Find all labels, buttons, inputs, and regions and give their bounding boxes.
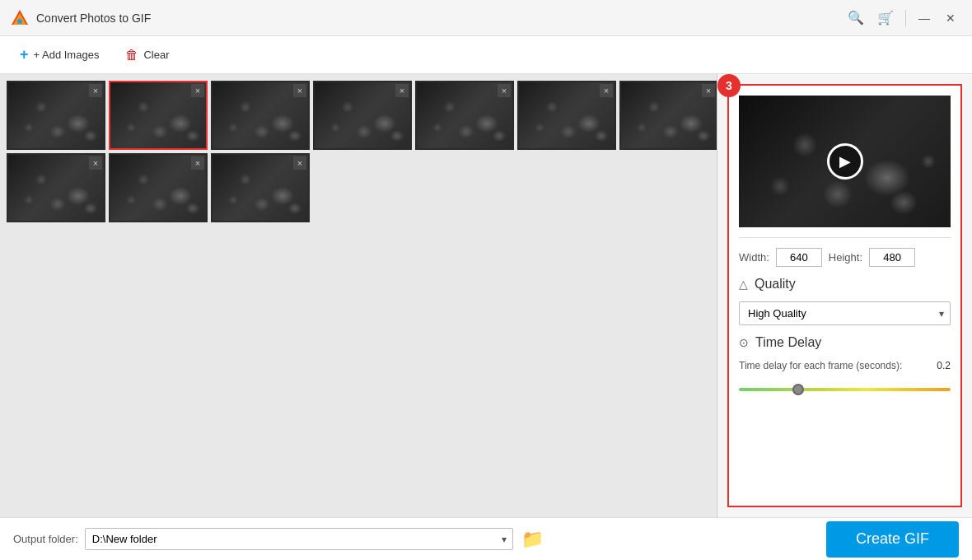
close-thumb-6[interactable]: × bbox=[600, 84, 613, 97]
bottom-bar: Output folder: D:\New folder ▾ 📁 Create … bbox=[0, 517, 972, 560]
folder-icon: 📁 bbox=[521, 529, 544, 550]
minimize-icon: — bbox=[918, 12, 930, 25]
minimize-button[interactable]: — bbox=[913, 7, 936, 30]
image-thumb-6[interactable]: × bbox=[517, 81, 616, 150]
close-thumb-3[interactable]: × bbox=[293, 84, 306, 97]
search-button[interactable]: 🔍 bbox=[843, 5, 869, 31]
step-badge: 3 bbox=[717, 74, 741, 97]
image-grid-area: × × × × × × × bbox=[0, 74, 717, 517]
cart-button[interactable]: 🛒 bbox=[872, 5, 899, 31]
width-label: Width: bbox=[739, 251, 769, 264]
close-thumb-1[interactable]: × bbox=[89, 84, 102, 97]
close-thumb-5[interactable]: × bbox=[498, 84, 511, 97]
output-path-wrapper: D:\New folder ▾ bbox=[85, 528, 513, 550]
add-images-label: + Add Images bbox=[34, 49, 100, 61]
slider-container bbox=[739, 381, 951, 398]
dimensions-row: Width: Height: bbox=[739, 248, 951, 267]
app-title: Convert Photos to GIF bbox=[36, 12, 843, 25]
close-thumb-10[interactable]: × bbox=[293, 156, 306, 170]
right-panel-inner: 3 ▶ Width: Height: △ Quality bbox=[727, 84, 962, 507]
quality-select[interactable]: High Quality Normal Quality Low Quality bbox=[739, 301, 951, 325]
close-thumb-7[interactable]: × bbox=[702, 84, 715, 97]
image-thumb-7[interactable]: × bbox=[619, 81, 717, 150]
image-row-1: × × × × × × × bbox=[7, 81, 710, 150]
image-thumb-2[interactable]: × bbox=[109, 81, 208, 150]
add-images-button[interactable]: + + Add Images bbox=[13, 43, 105, 67]
time-delay-label: Time Delay bbox=[755, 335, 821, 350]
image-thumb-8[interactable]: × bbox=[7, 153, 105, 222]
title-bar-actions: 🔍 🛒 — ✕ bbox=[843, 5, 962, 31]
slider-thumb[interactable] bbox=[792, 384, 804, 395]
close-thumb-9[interactable]: × bbox=[191, 156, 204, 170]
height-input[interactable] bbox=[869, 248, 915, 267]
time-delay-desc: Time delay for each frame (seconds): bbox=[739, 360, 902, 371]
trash-icon: 🗑 bbox=[125, 48, 138, 63]
output-path-select[interactable]: D:\New folder bbox=[85, 528, 513, 550]
browse-folder-button[interactable]: 📁 bbox=[520, 526, 546, 553]
quality-select-wrapper: High Quality Normal Quality Low Quality … bbox=[739, 301, 951, 325]
close-thumb-4[interactable]: × bbox=[395, 84, 409, 97]
image-thumb-1[interactable]: × bbox=[7, 81, 105, 150]
image-thumb-5[interactable]: × bbox=[415, 81, 514, 150]
search-icon: 🔍 bbox=[848, 10, 864, 26]
quality-label: Quality bbox=[755, 277, 796, 292]
panel-divider-1 bbox=[739, 237, 951, 238]
width-input[interactable] bbox=[776, 248, 822, 267]
image-thumb-4[interactable]: × bbox=[313, 81, 412, 150]
quality-collapse-icon[interactable]: △ bbox=[739, 278, 748, 291]
preview-container: ▶ bbox=[739, 96, 951, 227]
play-button[interactable]: ▶ bbox=[827, 143, 863, 180]
close-icon: ✕ bbox=[946, 12, 956, 25]
app-logo bbox=[10, 8, 30, 28]
title-bar: Convert Photos to GIF 🔍 🛒 — ✕ bbox=[0, 0, 972, 36]
cart-icon: 🛒 bbox=[877, 10, 894, 26]
close-thumb-8[interactable]: × bbox=[89, 156, 102, 170]
time-delay-expand-icon[interactable]: ⊙ bbox=[739, 336, 749, 349]
quality-section-header: △ Quality bbox=[739, 277, 951, 292]
right-panel: 3 ▶ Width: Height: △ Quality bbox=[717, 74, 972, 517]
create-gif-button[interactable]: Create GIF bbox=[826, 521, 959, 558]
output-folder-label: Output folder: bbox=[13, 533, 78, 545]
height-label: Height: bbox=[829, 251, 862, 264]
image-row-2: × × × bbox=[7, 153, 710, 222]
add-icon: + bbox=[20, 46, 29, 63]
play-icon: ▶ bbox=[839, 152, 851, 170]
image-thumb-9[interactable]: × bbox=[109, 153, 208, 222]
clear-button[interactable]: 🗑 Clear bbox=[119, 44, 175, 66]
toolbar: + + Add Images 🗑 Clear bbox=[0, 36, 972, 74]
time-delay-desc-row: Time delay for each frame (seconds): 0.2 bbox=[739, 360, 951, 371]
slider-track bbox=[739, 388, 951, 391]
image-thumb-10[interactable]: × bbox=[211, 153, 310, 222]
clear-label: Clear bbox=[143, 49, 169, 61]
svg-point-2 bbox=[17, 19, 22, 24]
close-thumb-2[interactable]: × bbox=[191, 84, 204, 97]
close-button[interactable]: ✕ bbox=[939, 7, 962, 30]
time-delay-value: 0.2 bbox=[937, 360, 951, 371]
main-content: × × × × × × × bbox=[0, 74, 972, 517]
time-delay-section-header: ⊙ Time Delay bbox=[739, 335, 951, 350]
title-bar-separator bbox=[905, 10, 906, 26]
image-thumb-3[interactable]: × bbox=[211, 81, 310, 150]
